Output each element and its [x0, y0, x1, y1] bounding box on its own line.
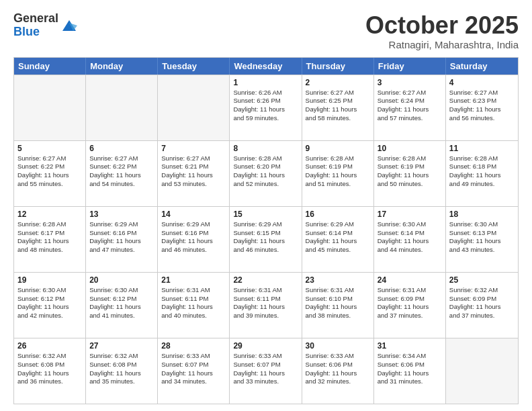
day-cell-23: 23Sunrise: 6:31 AMSunset: 6:10 PMDayligh… [302, 273, 374, 338]
cell-line: Daylight: 11 hours [306, 105, 370, 114]
cell-line: and 37 minutes. [449, 312, 515, 320]
cell-line: and 32 minutes. [306, 377, 370, 386]
cell-line: and 39 minutes. [233, 312, 298, 320]
day-cell-24: 24Sunrise: 6:31 AMSunset: 6:09 PMDayligh… [374, 273, 446, 338]
cell-line: and 44 minutes. [378, 246, 442, 255]
cell-line: Sunset: 6:09 PM [449, 295, 515, 304]
day-number: 17 [378, 210, 442, 219]
day-cell-6: 6Sunrise: 6:27 AMSunset: 6:22 PMDaylight… [86, 141, 158, 206]
cell-line: Sunset: 6:22 PM [89, 163, 154, 171]
cell-line: Sunset: 6:07 PM [161, 361, 226, 369]
day-cell-15: 15Sunrise: 6:29 AMSunset: 6:15 PMDayligh… [230, 207, 302, 272]
cell-line: Sunrise: 6:28 AM [17, 220, 82, 229]
cell-line: Sunset: 6:18 PM [449, 163, 515, 171]
cell-line: Sunrise: 6:31 AM [306, 286, 370, 295]
day-number: 15 [233, 210, 298, 219]
logo-text: General Blue [13, 12, 79, 39]
cell-line: Sunset: 6:19 PM [378, 163, 442, 171]
cell-line: and 47 minutes. [89, 246, 154, 255]
cell-line: Sunset: 6:11 PM [161, 295, 226, 304]
cell-line: Sunrise: 6:29 AM [233, 220, 298, 229]
cell-line: Daylight: 11 hours [161, 237, 226, 246]
cell-line: Daylight: 11 hours [378, 105, 442, 114]
day-cell-30: 30Sunrise: 6:33 AMSunset: 6:06 PMDayligh… [302, 338, 374, 404]
cell-line: Sunset: 6:24 PM [378, 97, 442, 105]
cell-line: Sunset: 6:16 PM [161, 229, 226, 238]
cell-line: Sunrise: 6:30 AM [17, 286, 82, 295]
cell-line: Sunrise: 6:30 AM [89, 286, 154, 295]
empty-cell [446, 338, 518, 404]
cell-line: Sunset: 6:19 PM [306, 163, 370, 171]
cell-line: and 57 minutes. [378, 114, 442, 123]
day-header-thursday: Thursday [302, 58, 374, 75]
cell-line: and 40 minutes. [161, 312, 226, 320]
day-number: 20 [89, 275, 154, 285]
calendar-header: SundayMondayTuesdayWednesdayThursdayFrid… [14, 58, 518, 75]
logo-general: General [13, 11, 58, 25]
cell-line: Daylight: 11 hours [17, 369, 82, 378]
cell-line: Daylight: 11 hours [306, 171, 370, 180]
week-row-1: 5Sunrise: 6:27 AMSunset: 6:22 PMDaylight… [14, 140, 518, 206]
day-header-tuesday: Tuesday [158, 58, 230, 75]
day-number: 1 [233, 78, 298, 87]
cell-line: and 48 minutes. [17, 246, 82, 255]
day-cell-2: 2Sunrise: 6:27 AMSunset: 6:25 PMDaylight… [302, 75, 374, 140]
day-cell-13: 13Sunrise: 6:29 AMSunset: 6:16 PMDayligh… [86, 207, 158, 272]
cell-line: Daylight: 11 hours [17, 237, 82, 246]
cell-line: Daylight: 11 hours [306, 303, 370, 312]
cell-line: Sunset: 6:12 PM [89, 295, 154, 304]
cell-line: Daylight: 11 hours [306, 369, 370, 378]
day-number: 9 [306, 144, 370, 153]
cell-line: Daylight: 11 hours [449, 105, 515, 114]
cell-line: and 31 minutes. [378, 377, 442, 386]
day-header-monday: Monday [86, 58, 158, 75]
cell-line: Sunset: 6:09 PM [378, 295, 442, 304]
cell-line: and 52 minutes. [233, 180, 298, 189]
cell-line: Sunrise: 6:27 AM [161, 154, 226, 163]
cell-line: Sunrise: 6:30 AM [449, 220, 515, 229]
day-cell-10: 10Sunrise: 6:28 AMSunset: 6:19 PMDayligh… [374, 141, 446, 206]
day-number: 7 [161, 144, 226, 153]
empty-cell [14, 75, 86, 140]
cell-line: Sunset: 6:21 PM [161, 163, 226, 171]
cell-line: Daylight: 11 hours [89, 237, 154, 246]
cell-line: Daylight: 11 hours [233, 171, 298, 180]
cell-line: and 59 minutes. [233, 114, 298, 123]
day-number: 6 [89, 144, 154, 153]
cell-line: Sunrise: 6:27 AM [378, 89, 442, 97]
day-cell-21: 21Sunrise: 6:31 AMSunset: 6:11 PMDayligh… [158, 273, 230, 338]
week-row-4: 26Sunrise: 6:32 AMSunset: 6:08 PMDayligh… [14, 338, 518, 404]
cell-line: Sunset: 6:06 PM [306, 361, 370, 369]
logo-blue: Blue [13, 25, 40, 38]
cell-line: Daylight: 11 hours [89, 369, 154, 378]
week-row-0: 1Sunrise: 6:26 AMSunset: 6:26 PMDaylight… [14, 75, 518, 140]
cell-line: Sunrise: 6:33 AM [306, 352, 370, 361]
cell-line: Sunrise: 6:28 AM [306, 154, 370, 163]
day-number: 16 [306, 210, 370, 219]
title-block: October 2025 Ratnagiri, Maharashtra, Ind… [365, 12, 519, 50]
cell-line: Daylight: 11 hours [233, 369, 298, 378]
cell-line: Sunset: 6:22 PM [17, 163, 82, 171]
cell-line: Sunset: 6:15 PM [233, 229, 298, 238]
cell-line: Sunrise: 6:26 AM [233, 89, 298, 97]
day-cell-11: 11Sunrise: 6:28 AMSunset: 6:18 PMDayligh… [446, 141, 518, 206]
cell-line: Daylight: 11 hours [378, 369, 442, 378]
day-number: 22 [233, 275, 298, 285]
day-cell-17: 17Sunrise: 6:30 AMSunset: 6:14 PMDayligh… [374, 207, 446, 272]
cell-line: and 34 minutes. [161, 377, 226, 386]
cell-line: and 50 minutes. [378, 180, 442, 189]
day-number: 4 [449, 78, 515, 87]
cell-line: Daylight: 11 hours [378, 171, 442, 180]
cell-line: Daylight: 11 hours [378, 237, 442, 246]
day-cell-1: 1Sunrise: 6:26 AMSunset: 6:26 PMDaylight… [230, 75, 302, 140]
day-header-sunday: Sunday [14, 58, 86, 75]
cell-line: and 41 minutes. [89, 312, 154, 320]
day-number: 14 [161, 210, 226, 219]
cell-line: Sunrise: 6:28 AM [449, 154, 515, 163]
cell-line: Sunset: 6:13 PM [449, 229, 515, 238]
cell-line: Sunset: 6:10 PM [306, 295, 370, 304]
logo: General Blue [13, 12, 79, 39]
cell-line: Sunset: 6:14 PM [378, 229, 442, 238]
cell-line: and 55 minutes. [17, 180, 82, 189]
day-cell-16: 16Sunrise: 6:29 AMSunset: 6:14 PMDayligh… [302, 207, 374, 272]
